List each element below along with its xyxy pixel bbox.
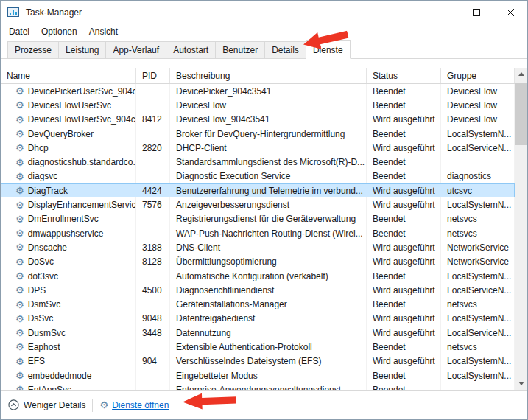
cell-name: ⚙diagnosticshub.standardco...	[1, 155, 136, 169]
service-gear-icon: ⚙	[15, 371, 24, 380]
cell-status: Beendet	[367, 269, 441, 283]
tab-app-verlauf[interactable]: App-Verlauf	[105, 41, 166, 59]
cell-name: ⚙EntAppSvc	[1, 382, 136, 390]
cell-description: Verschlüsselndes Dateisystem (EFS)	[170, 354, 367, 368]
cell-description: Registrierungsdienst für die Geräteverwa…	[170, 212, 367, 226]
cell-pid: 8412	[136, 113, 170, 127]
cell-description: Standardsammlungsdienst des Microsoft(R)…	[170, 155, 367, 169]
cell-status: Wird ausgeführt	[367, 197, 441, 211]
cell-status: Beendet	[367, 155, 441, 169]
table-row[interactable]: ⚙DiagTrack4424Benutzererfahrung und Tele…	[1, 183, 515, 197]
scrollbar-thumb[interactable]	[515, 83, 527, 145]
status-bar: Weniger Details ⚙ Dienste öffnen	[1, 390, 527, 419]
table-row[interactable]: ⚙DevicePickerUserSvc_904c3...DevicePicke…	[1, 84, 515, 98]
service-gear-icon: ⚙	[15, 300, 24, 309]
table-row[interactable]: ⚙dot3svcAutomatische Konfiguration (verk…	[1, 269, 515, 283]
column-header-gruppe[interactable]: Gruppe	[441, 68, 515, 83]
table-row[interactable]: ⚙DisplayEnhancementService7576Anzeigever…	[1, 197, 515, 211]
service-name: DoSvc	[28, 256, 54, 267]
minimize-button[interactable]	[426, 1, 460, 24]
cell-name: ⚙DPS	[1, 283, 136, 297]
table-row[interactable]: ⚙DevicesFlowUserSvcDevicesFlowBeendetDev…	[1, 98, 515, 112]
table-row[interactable]: ⚙DusmSvc3448DatennutzungWird ausgeführtL…	[1, 326, 515, 340]
table-row[interactable]: ⚙DevQueryBrokerBroker für DevQuery-Hinte…	[1, 127, 515, 141]
service-gear-icon: ⚙	[15, 115, 24, 125]
service-name: DsmSvc	[28, 299, 61, 309]
annotation-arrow-open-services	[183, 391, 237, 411]
cell-name: ⚙DevicePickerUserSvc_904c3...	[1, 84, 136, 98]
service-name: dmwappushservice	[28, 228, 104, 239]
cell-description: WAP-Push-Nachrichten Routing-Dienst (Wir…	[170, 226, 367, 240]
cell-name: ⚙DusmSvc	[1, 326, 136, 340]
cell-name: ⚙DsmSvc	[1, 297, 136, 311]
close-button[interactable]	[493, 1, 527, 24]
cell-status: Wird ausgeführt	[367, 141, 441, 155]
scroll-down-button[interactable]	[515, 377, 527, 390]
menu-ansicht[interactable]: Ansicht	[83, 24, 124, 39]
cell-name: ⚙diagsvc	[1, 169, 136, 183]
cell-status: Beendet	[367, 169, 441, 183]
table-header: NamePIDBeschreibungStatusGruppe	[1, 68, 515, 84]
cell-pid	[136, 226, 170, 240]
vertical-scrollbar[interactable]	[515, 68, 527, 390]
column-header-beschreibung[interactable]: Beschreibung	[170, 68, 367, 83]
column-header-name[interactable]: Name	[1, 68, 136, 83]
table-row[interactable]: ⚙EntAppSvcEnterprise-Anwendungsverwaltun…	[1, 382, 515, 390]
cell-status: Wird ausgeführt	[367, 283, 441, 297]
table-row[interactable]: ⚙EaphostExtensible Authentication-Protok…	[1, 340, 515, 354]
tab-benutzer[interactable]: Benutzer	[215, 41, 265, 59]
column-header-pid[interactable]: PID	[136, 68, 170, 83]
column-header-status[interactable]: Status	[367, 68, 441, 83]
table-row[interactable]: ⚙EFS904Verschlüsselndes Dateisystem (EFS…	[1, 354, 515, 368]
scroll-up-button[interactable]	[515, 68, 527, 80]
cell-group: netsvcs	[441, 340, 515, 354]
maximize-button[interactable]	[460, 1, 493, 24]
cell-group: LocalSystemN...	[441, 312, 515, 326]
cell-group: diagnostics	[441, 169, 515, 183]
cell-pid	[136, 84, 170, 98]
cell-pid	[136, 155, 170, 169]
menu-datei[interactable]: Datei	[3, 24, 35, 39]
cell-status: Beendet	[367, 212, 441, 226]
table-row[interactable]: ⚙embeddedmodeEingebetteter ModusBeendetL…	[1, 368, 515, 382]
table-row[interactable]: ⚙DmEnrollmentSvcRegistrierungsdienst für…	[1, 212, 515, 226]
cell-group: DevicesFlow	[441, 113, 515, 127]
table-row[interactable]: ⚙diagnosticshub.standardco...Standardsam…	[1, 155, 515, 169]
open-services-link[interactable]: ⚙ Dienste öffnen	[99, 400, 169, 410]
table-body: ⚙DevicePickerUserSvc_904c3...DevicePicke…	[1, 84, 515, 390]
service-name: EFS	[28, 356, 45, 366]
cell-group: DevicesFlow	[441, 84, 515, 98]
service-name: embeddedmode	[28, 371, 92, 381]
service-name: DevicePickerUserSvc_904c3...	[28, 86, 136, 97]
cell-name: ⚙DoSvc	[1, 255, 136, 269]
cell-pid	[136, 212, 170, 226]
table-row[interactable]: ⚙Dnscache3188DNS-ClientWird ausgeführtNe…	[1, 240, 515, 254]
tab-details[interactable]: Details	[264, 41, 306, 59]
cell-status: Beendet	[367, 127, 441, 141]
table-row[interactable]: ⚙DevicesFlowUserSvc_904c3...8412DevicesF…	[1, 113, 515, 127]
cell-pid: 3448	[136, 326, 170, 340]
service-name: DiagTrack	[28, 186, 68, 196]
table-row[interactable]: ⚙DPS4500DiagnoserichtliniendienstWird au…	[1, 283, 515, 297]
table-row[interactable]: ⚙diagsvcDiagnostic Execution ServiceBeen…	[1, 169, 515, 183]
table-row[interactable]: ⚙DsSvc9048DatenfreigabedienstWird ausgef…	[1, 312, 515, 326]
tab-prozesse[interactable]: Prozesse	[7, 41, 59, 59]
tab-leistung[interactable]: Leistung	[58, 41, 106, 59]
cell-group: LocalServiceN...	[441, 283, 515, 297]
service-name: DsSvc	[28, 313, 54, 323]
cell-description: Automatische Konfiguration (verkabelt)	[170, 269, 367, 283]
cell-name: ⚙DiagTrack	[1, 183, 136, 197]
table-row[interactable]: ⚙dmwappushserviceWAP-Push-Nachrichten Ro…	[1, 226, 515, 240]
cell-description: Datenfreigabedienst	[170, 312, 367, 326]
cell-status: Beendet	[367, 368, 441, 382]
cell-description: Eingebetteter Modus	[170, 368, 367, 382]
table-row[interactable]: ⚙Dhcp2820DHCP-ClientWird ausgeführtLocal…	[1, 141, 515, 155]
tab-autostart[interactable]: Autostart	[166, 41, 216, 59]
menu-optionen[interactable]: Optionen	[35, 24, 83, 39]
cell-description: Anzeigeverbesserungsdienst	[170, 197, 367, 211]
table-row[interactable]: ⚙DoSvc8128ÜbermittlungsoptimierungWird a…	[1, 255, 515, 269]
table-row[interactable]: ⚙DsmSvcGeräteinstallations-ManagerBeende…	[1, 297, 515, 311]
service-gear-icon: ⚙	[15, 200, 24, 210]
fewer-details-toggle[interactable]: Weniger Details	[8, 399, 85, 410]
title-bar: Task-Manager	[1, 1, 527, 24]
